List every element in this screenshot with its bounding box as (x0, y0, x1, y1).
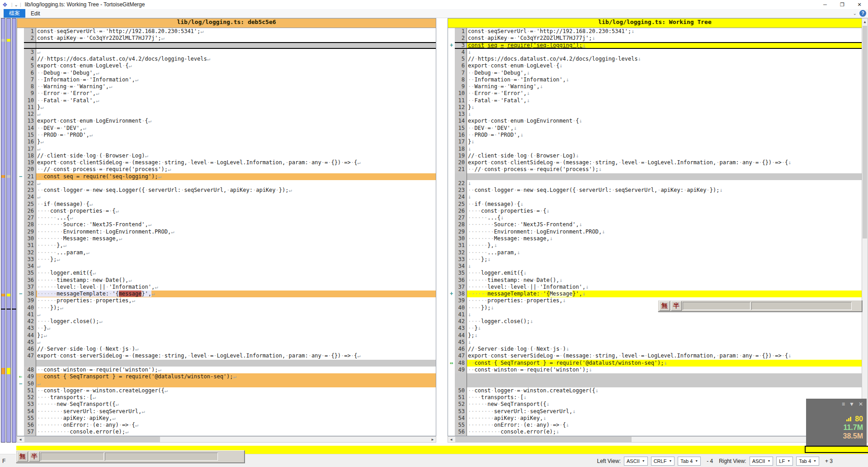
locator-bar-left[interactable] (1, 18, 5, 443)
code-line[interactable]: 35····logger.emit({↵ (17, 270, 436, 276)
code-line[interactable]: 44};↓ (448, 332, 862, 339)
code-line[interactable]: 43··}↓ (448, 325, 862, 332)
code-line[interactable]: 15··DEV·=·'DEV',↓ (448, 125, 862, 132)
code-line[interactable]: 47export·const·serverSideLog·=·(message:… (17, 353, 436, 359)
ribbon-collapse-icon[interactable]: ⌄ (853, 11, 857, 16)
code-line[interactable]: 57··········console.error(e);↵ (17, 429, 436, 435)
code-text[interactable]: ··PROD·=·'PROD',↵ (36, 132, 436, 138)
code-text[interactable]: ··Information·=·'Information',↓ (467, 76, 862, 83)
code-line[interactable]: −21··const·seq·=·require('seq-logging');… (17, 173, 436, 180)
code-line[interactable]: 34↵ (17, 263, 436, 270)
minimize-button[interactable]: ─ (816, 0, 834, 9)
ime-width-button[interactable]: 半 (29, 452, 40, 462)
code-text[interactable]: ↵ (36, 339, 436, 346)
code-text[interactable]: ····const·properties·=·{↓ (467, 208, 862, 214)
right-vertical-scrollbar[interactable]: ▲ ▼ (862, 18, 868, 443)
code-text[interactable]: ↓ (467, 180, 862, 187)
right-code-area[interactable]: 1const·seqServerUrl·=·'http://192.168.20… (448, 28, 862, 436)
ime-mode-button[interactable]: 無 (17, 452, 28, 462)
code-line[interactable]: 36······timestamp:·new·Date(),↵ (17, 277, 436, 284)
code-text[interactable]: ··········console.error(e);↓ (467, 429, 862, 435)
scroll-left-icon[interactable]: ◄ (17, 437, 24, 442)
monitor-close-icon[interactable]: ✕ (859, 401, 863, 407)
code-text[interactable]: ········serverUrl:·seqServerUrl,↵ (36, 408, 436, 415)
code-text[interactable]: ········Source:·'NextJS-Frontend',↵ (36, 221, 436, 228)
code-line[interactable]: 31······},↓ (448, 242, 862, 249)
code-text[interactable]: ······...{↵ (36, 214, 436, 221)
code-line[interactable]: 11··Fatal·=·'Fatal',↓ (448, 97, 862, 104)
menu-tab-file[interactable]: 檔案 (4, 9, 25, 18)
code-text[interactable]: export·const·serverSideLog·=·(message:·s… (36, 353, 436, 359)
code-line[interactable]: 52····transports:·[↵ (17, 394, 436, 401)
code-text[interactable]: ··Fatal·=·'Fatal',↵ (36, 97, 436, 104)
code-line[interactable]: 55········apiKey:·apiKey,↵ (17, 415, 436, 422)
code-text[interactable]: ··Debug·=·'Debug',↵ (36, 70, 436, 76)
code-line[interactable]: 1const·seqServerUrl·=·'http://192.168.20… (448, 28, 862, 35)
code-text[interactable]: export·const·enum·LogEnvironment·{↵ (36, 118, 436, 124)
code-line[interactable]: 37······level:·level·||·'Information',↓ (448, 284, 862, 291)
code-text[interactable]: ↵ (36, 194, 436, 200)
code-line[interactable]: 26····const·properties·=·{↵ (17, 208, 436, 214)
code-line[interactable]: 3↵ (17, 49, 436, 56)
code-line[interactable]: 16··PROD·=·'PROD',↓ (448, 132, 862, 138)
code-text[interactable]: ······level:·level·||·'Information',↓ (467, 284, 862, 291)
code-text[interactable] (36, 360, 436, 367)
code-line[interactable]: 27······...{↓ (448, 214, 862, 221)
locator-bar-right[interactable] (12, 18, 16, 443)
code-line[interactable]: 53······new·SeqTransport({↵ (17, 401, 436, 408)
code-line[interactable]: 29········Environment:·LogEnvironment.PR… (17, 229, 436, 235)
code-line[interactable]: 44};↵ (17, 332, 436, 339)
code-line[interactable]: 10··Fatal·=·'Fatal',↵ (17, 97, 436, 104)
code-line[interactable]: 45↓ (448, 339, 862, 346)
left-eol-combo[interactable]: CRLF▼ (651, 457, 675, 466)
code-text[interactable]: }↓ (467, 104, 862, 111)
code-text[interactable]: ··Error·=·'Error',↓ (467, 90, 862, 97)
code-text[interactable]: ↵ (36, 311, 436, 318)
code-text[interactable]: ··Information·=·'Information',↵ (36, 76, 436, 83)
code-line[interactable]: 46//·Server·side·log·(·Next·js·)↓ (448, 346, 862, 353)
code-text[interactable]: ······...param,↵ (36, 249, 436, 256)
code-line[interactable]: 22↵ (17, 180, 436, 187)
code-text[interactable]: ····transports:·[↵ (36, 394, 436, 401)
code-text[interactable]: }↵ (36, 138, 436, 145)
code-line[interactable]: 19//·client·side·log·(·Browser·Log)↓ (448, 152, 862, 159)
left-horizontal-scrollbar[interactable]: ◄ ► (17, 436, 436, 443)
code-text[interactable]: ········apiKey:·apiKey,↓ (467, 415, 862, 422)
code-text[interactable] (467, 173, 862, 180)
code-text[interactable]: export·const·enum·LogLevel·{↵ (36, 62, 436, 69)
code-text[interactable]: const·seq·=·require('seq-logging');↓ (467, 43, 862, 48)
code-line[interactable]: 4//·https://docs.datalust.co/v4.2/docs/l… (17, 56, 436, 62)
code-text[interactable]: export·const·enum·LogEnvironment·{↓ (467, 118, 862, 124)
scrollbar-thumb[interactable] (455, 437, 632, 442)
right-encoding-combo[interactable]: ASCII▼ (750, 457, 774, 466)
code-line[interactable]: 54········apiKey:·apiKey,↓ (448, 415, 862, 422)
code-text[interactable]: ······messageTemplate:·'{message}',↵ (36, 291, 436, 297)
menu-tab-edit[interactable]: Edit (25, 9, 46, 18)
code-text[interactable] (467, 373, 862, 380)
code-line[interactable]: 28········Source:·'NextJS-Frontend',↓ (448, 221, 862, 228)
code-text[interactable]: export·const·enum·LogLevel·{↓ (467, 62, 862, 69)
code-line[interactable]: 20··//·const·process·=·require('process'… (17, 166, 436, 173)
code-line[interactable]: 17}↓ (448, 138, 862, 145)
code-line[interactable]: 41↓ (448, 311, 862, 318)
code-text[interactable]: ↵ (36, 111, 436, 118)
code-line[interactable]: 13↓ (448, 111, 862, 118)
code-line[interactable]: 42····logger.close();↵ (17, 318, 436, 325)
ime-width-button[interactable]: 半 (671, 301, 682, 311)
code-line[interactable]: 30········Message:·message,↵ (17, 235, 436, 242)
code-text[interactable]: ········serverUrl:·seqServerUrl,↓ (467, 408, 862, 415)
code-text[interactable]: ······properties:·properties,↵ (36, 297, 436, 304)
code-text[interactable]: ······new·SeqTransport({↓ (467, 401, 862, 408)
code-line[interactable]: 17↵ (17, 146, 436, 152)
code-text[interactable]: ··PROD·=·'PROD',↓ (467, 132, 862, 138)
code-line[interactable]: 32······...param,↓ (448, 249, 862, 256)
code-line[interactable]: 34↓ (448, 263, 862, 270)
code-line[interactable]: 25··if·(message)·{↵ (17, 201, 436, 208)
code-line[interactable]: 29········Environment:·LogEnvironment.PR… (448, 229, 862, 235)
right-horizontal-scrollbar[interactable]: ◄ ► (448, 436, 862, 443)
left-pane-header[interactable]: lib/log/logging.ts: deb5c5e6 (17, 19, 436, 28)
code-line[interactable]: 30········Message:·message,↓ (448, 235, 862, 242)
code-text[interactable]: ··Debug·=·'Debug',↓ (467, 70, 862, 76)
code-line[interactable]: 18//·client·side·log·(·Browser·Log)↵ (17, 152, 436, 159)
code-text[interactable]: ··Warning·=·'Warning',↵ (36, 83, 436, 90)
